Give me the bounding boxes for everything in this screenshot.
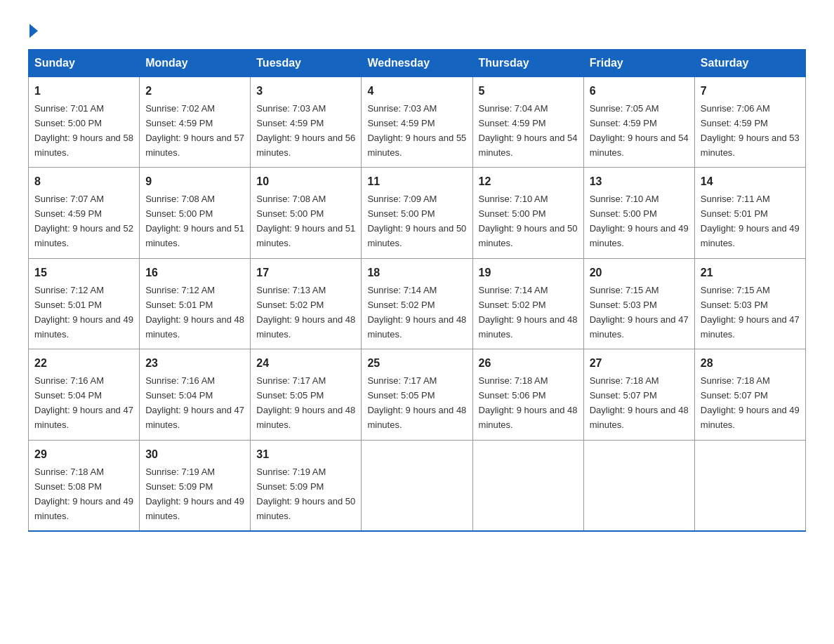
day-info: Sunrise: 7:01 AMSunset: 5:00 PMDaylight:… [34, 103, 133, 158]
calendar-cell: 6Sunrise: 7:05 AMSunset: 4:59 PMDaylight… [583, 77, 694, 168]
calendar-cell [583, 440, 694, 531]
day-info: Sunrise: 7:18 AMSunset: 5:07 PMDaylight:… [590, 375, 689, 430]
day-number: 3 [256, 83, 355, 100]
day-info: Sunrise: 7:10 AMSunset: 5:00 PMDaylight:… [590, 194, 689, 248]
calendar-cell: 5Sunrise: 7:04 AMSunset: 4:59 PMDaylight… [472, 77, 583, 168]
calendar-cell: 24Sunrise: 7:17 AMSunset: 5:05 PMDayligh… [251, 349, 362, 440]
calendar-cell [472, 440, 583, 531]
calendar-cell: 18Sunrise: 7:14 AMSunset: 5:02 PMDayligh… [362, 258, 472, 349]
day-info: Sunrise: 7:16 AMSunset: 5:04 PMDaylight:… [145, 375, 244, 430]
day-number: 15 [34, 264, 133, 282]
calendar-week-row: 1Sunrise: 7:01 AMSunset: 5:00 PMDaylight… [29, 77, 806, 168]
day-number: 25 [367, 355, 466, 373]
day-number: 5 [479, 83, 578, 100]
day-info: Sunrise: 7:14 AMSunset: 5:02 PMDaylight:… [367, 285, 466, 340]
day-info: Sunrise: 7:15 AMSunset: 5:03 PMDaylight:… [590, 285, 689, 340]
calendar-cell: 13Sunrise: 7:10 AMSunset: 5:00 PMDayligh… [583, 168, 694, 258]
day-number: 18 [367, 264, 466, 282]
day-info: Sunrise: 7:17 AMSunset: 5:05 PMDaylight:… [256, 375, 355, 430]
day-info: Sunrise: 7:03 AMSunset: 4:59 PMDaylight:… [256, 103, 355, 158]
weekday-header-tuesday: Tuesday [251, 50, 362, 77]
calendar-cell: 26Sunrise: 7:18 AMSunset: 5:06 PMDayligh… [472, 349, 583, 440]
day-info: Sunrise: 7:08 AMSunset: 5:00 PMDaylight:… [256, 194, 355, 248]
day-number: 7 [701, 83, 800, 100]
day-number: 13 [590, 173, 689, 191]
day-info: Sunrise: 7:06 AMSunset: 4:59 PMDaylight:… [701, 103, 800, 158]
day-number: 24 [256, 355, 355, 373]
calendar-cell: 1Sunrise: 7:01 AMSunset: 5:00 PMDaylight… [29, 77, 140, 168]
calendar-week-row: 8Sunrise: 7:07 AMSunset: 4:59 PMDaylight… [29, 168, 806, 258]
calendar-cell: 11Sunrise: 7:09 AMSunset: 5:00 PMDayligh… [362, 168, 472, 258]
day-info: Sunrise: 7:19 AMSunset: 5:09 PMDaylight:… [256, 467, 355, 521]
day-info: Sunrise: 7:16 AMSunset: 5:04 PMDaylight:… [34, 375, 133, 430]
calendar-cell [694, 440, 805, 531]
calendar-week-row: 15Sunrise: 7:12 AMSunset: 5:01 PMDayligh… [29, 258, 806, 349]
logo-triangle-icon [29, 24, 38, 38]
day-info: Sunrise: 7:15 AMSunset: 5:03 PMDaylight:… [701, 285, 800, 340]
calendar-cell: 7Sunrise: 7:06 AMSunset: 4:59 PMDaylight… [694, 77, 805, 168]
calendar-cell: 19Sunrise: 7:14 AMSunset: 5:02 PMDayligh… [472, 258, 583, 349]
calendar-cell: 27Sunrise: 7:18 AMSunset: 5:07 PMDayligh… [583, 349, 694, 440]
day-number: 21 [701, 264, 800, 282]
day-number: 6 [590, 83, 689, 100]
day-number: 14 [701, 173, 800, 191]
day-info: Sunrise: 7:13 AMSunset: 5:02 PMDaylight:… [256, 285, 355, 340]
day-number: 22 [34, 355, 133, 373]
calendar-cell: 20Sunrise: 7:15 AMSunset: 5:03 PMDayligh… [583, 258, 694, 349]
day-info: Sunrise: 7:02 AMSunset: 4:59 PMDaylight:… [145, 103, 244, 158]
day-number: 23 [145, 355, 244, 373]
calendar-cell: 29Sunrise: 7:18 AMSunset: 5:08 PMDayligh… [29, 440, 140, 531]
calendar-week-row: 22Sunrise: 7:16 AMSunset: 5:04 PMDayligh… [29, 349, 806, 440]
weekday-header-thursday: Thursday [472, 50, 583, 77]
weekday-header-friday: Friday [583, 50, 694, 77]
calendar-cell: 14Sunrise: 7:11 AMSunset: 5:01 PMDayligh… [694, 168, 805, 258]
weekday-header-monday: Monday [140, 50, 251, 77]
day-info: Sunrise: 7:10 AMSunset: 5:00 PMDaylight:… [479, 194, 578, 248]
day-info: Sunrise: 7:12 AMSunset: 5:01 PMDaylight:… [34, 285, 133, 340]
calendar-cell: 31Sunrise: 7:19 AMSunset: 5:09 PMDayligh… [251, 440, 362, 531]
day-info: Sunrise: 7:03 AMSunset: 4:59 PMDaylight:… [367, 103, 466, 158]
day-number: 16 [145, 264, 244, 282]
day-number: 11 [367, 173, 466, 191]
day-number: 4 [367, 83, 466, 100]
calendar-cell: 30Sunrise: 7:19 AMSunset: 5:09 PMDayligh… [140, 440, 251, 531]
calendar-cell: 3Sunrise: 7:03 AMSunset: 4:59 PMDaylight… [251, 77, 362, 168]
calendar-cell: 9Sunrise: 7:08 AMSunset: 5:00 PMDaylight… [140, 168, 251, 258]
calendar-cell: 10Sunrise: 7:08 AMSunset: 5:00 PMDayligh… [251, 168, 362, 258]
calendar-cell: 21Sunrise: 7:15 AMSunset: 5:03 PMDayligh… [694, 258, 805, 349]
calendar-cell: 23Sunrise: 7:16 AMSunset: 5:04 PMDayligh… [140, 349, 251, 440]
calendar-table: SundayMondayTuesdayWednesdayThursdayFrid… [28, 49, 806, 532]
day-number: 1 [34, 83, 133, 100]
calendar-cell: 22Sunrise: 7:16 AMSunset: 5:04 PMDayligh… [29, 349, 140, 440]
day-info: Sunrise: 7:08 AMSunset: 5:00 PMDaylight:… [145, 194, 244, 248]
calendar-week-row: 29Sunrise: 7:18 AMSunset: 5:08 PMDayligh… [29, 440, 806, 531]
weekday-header-sunday: Sunday [29, 50, 140, 77]
day-info: Sunrise: 7:11 AMSunset: 5:01 PMDaylight:… [701, 194, 800, 248]
calendar-cell [362, 440, 472, 531]
calendar-cell: 12Sunrise: 7:10 AMSunset: 5:00 PMDayligh… [472, 168, 583, 258]
day-info: Sunrise: 7:12 AMSunset: 5:01 PMDaylight:… [145, 285, 244, 340]
day-number: 9 [145, 173, 244, 191]
day-number: 20 [590, 264, 689, 282]
day-info: Sunrise: 7:07 AMSunset: 4:59 PMDaylight:… [34, 194, 133, 248]
day-number: 27 [590, 355, 689, 373]
calendar-cell: 4Sunrise: 7:03 AMSunset: 4:59 PMDaylight… [362, 77, 472, 168]
day-info: Sunrise: 7:05 AMSunset: 4:59 PMDaylight:… [590, 103, 689, 158]
day-number: 8 [34, 173, 133, 191]
day-number: 12 [479, 173, 578, 191]
calendar-cell: 17Sunrise: 7:13 AMSunset: 5:02 PMDayligh… [251, 258, 362, 349]
day-number: 10 [256, 173, 355, 191]
day-number: 31 [256, 446, 355, 464]
calendar-cell: 28Sunrise: 7:18 AMSunset: 5:07 PMDayligh… [694, 349, 805, 440]
calendar-cell: 8Sunrise: 7:07 AMSunset: 4:59 PMDaylight… [29, 168, 140, 258]
day-info: Sunrise: 7:19 AMSunset: 5:09 PMDaylight:… [145, 467, 244, 521]
day-info: Sunrise: 7:18 AMSunset: 5:07 PMDaylight:… [701, 375, 800, 430]
day-info: Sunrise: 7:18 AMSunset: 5:08 PMDaylight:… [34, 467, 133, 521]
calendar-cell: 25Sunrise: 7:17 AMSunset: 5:05 PMDayligh… [362, 349, 472, 440]
day-info: Sunrise: 7:17 AMSunset: 5:05 PMDaylight:… [367, 375, 466, 430]
day-info: Sunrise: 7:04 AMSunset: 4:59 PMDaylight:… [479, 103, 578, 158]
logo [28, 21, 38, 38]
day-number: 17 [256, 264, 355, 282]
day-number: 30 [145, 446, 244, 464]
weekday-header-wednesday: Wednesday [362, 50, 472, 77]
